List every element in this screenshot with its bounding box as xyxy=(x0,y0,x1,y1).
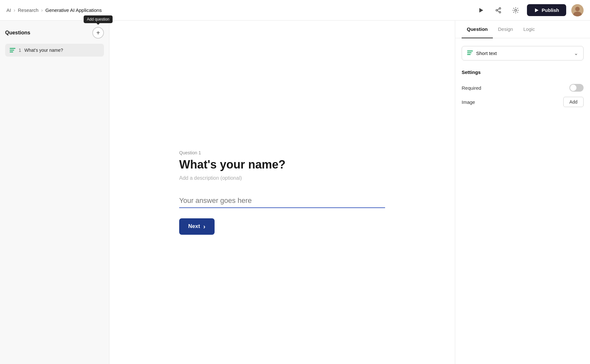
question-type-icon xyxy=(10,48,15,52)
svg-marker-0 xyxy=(479,8,483,13)
breadcrumb-ai[interactable]: AI xyxy=(6,7,11,13)
question-card: Question 1 What's your name? Add a descr… xyxy=(179,150,385,235)
tab-design[interactable]: Design xyxy=(493,21,518,38)
type-dropdown-left: Short text xyxy=(467,50,497,56)
question-description: Add a description (optional) xyxy=(179,175,385,181)
tab-question[interactable]: Question xyxy=(462,21,493,38)
answer-input[interactable] xyxy=(179,194,385,207)
panel-body: Short text ⌄ Settings Required Image Add xyxy=(455,38,590,117)
type-dropdown[interactable]: Short text ⌄ xyxy=(462,46,584,60)
share-button[interactable] xyxy=(492,4,504,16)
settings-section: Settings Required Image Add xyxy=(462,69,584,110)
image-label: Image xyxy=(462,99,475,105)
required-label: Required xyxy=(462,85,481,91)
svg-point-3 xyxy=(496,9,497,11)
sidebar: Questions Add question + 1 What' xyxy=(0,21,109,364)
svg-rect-14 xyxy=(467,50,473,51)
breadcrumb-current: Generative AI Applications xyxy=(45,7,102,13)
settings-title: Settings xyxy=(462,69,584,75)
svg-rect-12 xyxy=(10,50,14,51)
question-item[interactable]: 1 What's your name? xyxy=(5,44,104,57)
svg-rect-15 xyxy=(467,52,472,53)
center-content: Question 1 What's your name? Add a descr… xyxy=(109,21,455,364)
gear-icon xyxy=(512,7,519,14)
question-label: Question 1 xyxy=(179,150,385,155)
panel-tabs: Question Design Logic xyxy=(455,21,590,38)
question-list: 1 What's your name? xyxy=(5,44,104,57)
image-add-button[interactable]: Add xyxy=(563,97,584,107)
right-panel: Question Design Logic Short text xyxy=(455,21,590,364)
svg-rect-11 xyxy=(10,48,15,49)
svg-rect-13 xyxy=(10,51,13,52)
question-title: What's your name? xyxy=(179,158,385,171)
svg-point-9 xyxy=(575,7,580,11)
question-text: What's your name? xyxy=(24,48,63,53)
topbar-actions: Publish xyxy=(475,4,584,16)
svg-line-5 xyxy=(497,11,499,12)
required-row: Required xyxy=(462,81,584,94)
add-question-wrapper: Add question + xyxy=(92,27,104,39)
preview-button[interactable] xyxy=(475,4,487,16)
topbar: AI › Research › Generative AI Applicatio… xyxy=(0,0,590,21)
add-question-button[interactable]: + xyxy=(92,27,104,39)
svg-rect-16 xyxy=(467,54,471,55)
publish-button[interactable]: Publish xyxy=(527,4,566,16)
avatar[interactable] xyxy=(571,4,584,16)
plus-icon: + xyxy=(96,29,100,37)
svg-line-4 xyxy=(497,9,499,10)
publish-icon xyxy=(534,8,539,13)
next-label: Next xyxy=(188,223,200,230)
svg-marker-7 xyxy=(535,8,539,12)
type-label: Short text xyxy=(476,50,497,56)
svg-point-6 xyxy=(515,9,517,11)
chevron-down-icon: ⌄ xyxy=(574,50,578,56)
next-button[interactable]: Next › xyxy=(179,218,215,235)
svg-point-2 xyxy=(499,11,501,13)
answer-input-wrapper xyxy=(179,194,385,208)
breadcrumb-sep-2: › xyxy=(41,7,43,13)
type-dropdown-icon xyxy=(467,50,473,56)
chevron-right-icon: › xyxy=(203,223,206,230)
breadcrumb-sep-1: › xyxy=(14,7,15,13)
svg-point-1 xyxy=(499,7,501,9)
settings-button[interactable] xyxy=(510,4,522,16)
share-icon xyxy=(495,7,502,14)
sidebar-header: Questions Add question + xyxy=(5,27,104,39)
required-toggle[interactable] xyxy=(569,84,584,92)
breadcrumb-research[interactable]: Research xyxy=(18,7,39,13)
play-icon xyxy=(478,7,484,14)
question-number: 1 xyxy=(19,48,21,53)
tab-logic[interactable]: Logic xyxy=(518,21,540,38)
breadcrumb: AI › Research › Generative AI Applicatio… xyxy=(6,7,102,13)
sidebar-title: Questions xyxy=(5,30,30,36)
main-layout: Questions Add question + 1 What' xyxy=(0,21,590,364)
image-row: Image Add xyxy=(462,94,584,110)
